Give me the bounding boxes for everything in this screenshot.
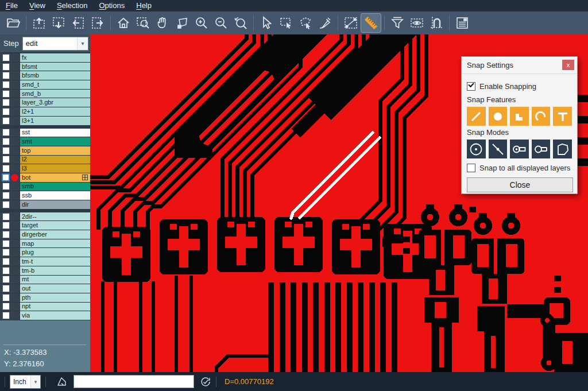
layer-name-label[interactable]: sst bbox=[20, 129, 90, 137]
menu-view[interactable]: View bbox=[24, 0, 51, 11]
enable-snapping-checkbox[interactable] bbox=[467, 82, 475, 91]
layer-visibility-checkbox[interactable] bbox=[2, 231, 10, 238]
layer-name-label[interactable]: target bbox=[20, 221, 90, 230]
layer-row-map[interactable]: map bbox=[0, 239, 90, 249]
menu-selection[interactable]: Selection bbox=[51, 0, 93, 11]
view-area-icon[interactable] bbox=[407, 14, 427, 32]
layer-row-l3+1[interactable]: l3+1 bbox=[0, 117, 90, 126]
layer-name-label[interactable]: mt bbox=[20, 276, 90, 284]
layer-row-top[interactable]: top bbox=[0, 146, 90, 156]
layer-name-label[interactable]: smt bbox=[20, 137, 90, 146]
layer-name-label[interactable]: bot bbox=[20, 173, 90, 182]
snap-icon[interactable] bbox=[427, 14, 446, 32]
angle-measure-icon[interactable] bbox=[56, 376, 68, 388]
layer-visibility-checkbox[interactable] bbox=[2, 54, 10, 61]
layer-row-sst[interactable]: sst bbox=[0, 129, 90, 138]
layer-name-label[interactable]: via bbox=[20, 311, 90, 320]
layer-name-label[interactable]: top bbox=[20, 146, 90, 155]
layer-visibility-checkbox[interactable] bbox=[2, 267, 10, 274]
clean-brush-icon[interactable] bbox=[315, 14, 335, 32]
layer-row-dir[interactable]: dir bbox=[0, 200, 90, 210]
pan-hand-icon[interactable] bbox=[153, 14, 172, 32]
snap-feature-arc-icon[interactable] bbox=[532, 107, 551, 126]
layer-visibility-checkbox[interactable] bbox=[2, 303, 10, 310]
layer-name-label[interactable]: dirgerber bbox=[20, 230, 90, 239]
layer-visibility-checkbox[interactable] bbox=[2, 108, 10, 115]
layer-visibility-checkbox[interactable] bbox=[2, 81, 10, 88]
dialog-close-button[interactable]: Close bbox=[467, 177, 573, 192]
layer-name-label[interactable]: ssb bbox=[20, 191, 90, 200]
layer-row-tm-b[interactable]: tm-b bbox=[0, 266, 90, 276]
layer-name-label[interactable]: smd_t bbox=[20, 80, 90, 89]
layer-row-tm-t[interactable]: tm-t bbox=[0, 257, 90, 266]
layer-name-label[interactable]: smd_b bbox=[20, 90, 90, 98]
layer-name-label[interactable]: fx bbox=[20, 53, 90, 62]
layer-grid-icon[interactable] bbox=[82, 175, 88, 180]
zoom-window-icon[interactable] bbox=[133, 14, 153, 32]
layer-visibility-checkbox[interactable] bbox=[2, 258, 10, 265]
filter-icon[interactable] bbox=[388, 14, 407, 32]
snap-mode-line-point-icon[interactable] bbox=[489, 140, 508, 158]
layer-visibility-checkbox[interactable] bbox=[2, 192, 10, 199]
layer-name-label[interactable]: smb bbox=[20, 183, 90, 191]
report-icon[interactable] bbox=[452, 14, 472, 32]
measure-ruler-icon[interactable] bbox=[361, 13, 381, 33]
layer-visibility-checkbox[interactable] bbox=[2, 156, 10, 163]
layer-name-label[interactable]: tm-b bbox=[20, 266, 90, 275]
layer-name-label[interactable]: l3 bbox=[20, 164, 90, 173]
layer-row-smd_t[interactable]: smd_t bbox=[0, 80, 90, 90]
layer-visibility-checkbox[interactable] bbox=[2, 183, 10, 190]
layer-visibility-checkbox[interactable] bbox=[2, 249, 10, 256]
layer-name-label[interactable]: out bbox=[20, 284, 90, 293]
layer-visibility-checkbox[interactable] bbox=[2, 213, 10, 220]
layer-visibility-checkbox[interactable] bbox=[2, 63, 10, 71]
dialog-close-icon[interactable]: x bbox=[562, 60, 574, 70]
layer-row-l3[interactable]: l3 bbox=[0, 164, 90, 173]
layer-visibility-checkbox[interactable] bbox=[2, 240, 10, 247]
zoom-in-icon[interactable] bbox=[192, 14, 211, 32]
layer-row-layer_3.gbr[interactable]: layer_3.gbr bbox=[0, 98, 90, 107]
layer-name-label[interactable]: plug bbox=[20, 248, 90, 257]
layer-visibility-checkbox[interactable] bbox=[2, 138, 10, 145]
layer-row-smt[interactable]: smt bbox=[0, 137, 90, 146]
layer-row-2dir--[interactable]: 2dir-- bbox=[0, 212, 90, 222]
layer-visibility-checkbox[interactable] bbox=[2, 285, 10, 292]
menu-help[interactable]: Help bbox=[130, 0, 157, 11]
step-combobox[interactable]: edit ▾ bbox=[22, 37, 88, 51]
layer-name-label[interactable]: tm-t bbox=[20, 257, 90, 266]
layer-visibility-checkbox[interactable] bbox=[2, 99, 10, 106]
auto-confirm-icon[interactable] bbox=[200, 376, 211, 388]
layer-visibility-checkbox[interactable] bbox=[2, 165, 10, 172]
layer-row-via[interactable]: via bbox=[0, 311, 90, 320]
open-folder-icon[interactable] bbox=[3, 14, 23, 32]
layer-visibility-checkbox[interactable] bbox=[2, 222, 10, 229]
layer-row-fx[interactable]: fx bbox=[0, 53, 90, 63]
layer-row-bfsmb[interactable]: bfsmb bbox=[0, 71, 90, 80]
layer-row-out[interactable]: out bbox=[0, 284, 90, 293]
select-polygon-icon[interactable] bbox=[296, 14, 315, 32]
layer-name-label[interactable]: bfsmt bbox=[20, 63, 90, 71]
layer-visibility-checkbox[interactable] bbox=[2, 129, 10, 136]
snap-mode-center-icon[interactable] bbox=[467, 140, 486, 158]
pan-down-icon[interactable] bbox=[49, 14, 68, 32]
layer-row-target[interactable]: target bbox=[0, 221, 90, 230]
chevron-down-icon[interactable]: ▾ bbox=[77, 37, 88, 50]
layer-visibility-checkbox[interactable] bbox=[2, 147, 10, 154]
layer-visibility-checkbox[interactable] bbox=[2, 173, 10, 181]
pan-right-icon[interactable] bbox=[88, 14, 107, 32]
layer-row-npt[interactable]: npt bbox=[0, 303, 90, 312]
layer-name-label[interactable]: l2+1 bbox=[20, 107, 90, 116]
snap-mode-pad-center-icon[interactable] bbox=[510, 140, 529, 158]
layer-row-bot[interactable]: bot bbox=[0, 173, 90, 183]
layer-visibility-checkbox[interactable] bbox=[2, 276, 10, 283]
layer-visibility-checkbox[interactable] bbox=[2, 201, 10, 208]
layer-row-mt[interactable]: mt bbox=[0, 276, 90, 285]
snap-feature-line-icon[interactable] bbox=[467, 107, 486, 126]
pan-left-icon[interactable] bbox=[68, 14, 88, 32]
layer-name-label[interactable]: pth bbox=[20, 293, 90, 302]
measure-line-icon[interactable] bbox=[341, 14, 361, 32]
zoom-polygon-icon[interactable] bbox=[172, 14, 192, 32]
snap-mode-pad-outline-icon[interactable] bbox=[532, 140, 551, 158]
layer-row-l2+1[interactable]: l2+1 bbox=[0, 107, 90, 117]
layer-visibility-checkbox[interactable] bbox=[2, 294, 10, 301]
